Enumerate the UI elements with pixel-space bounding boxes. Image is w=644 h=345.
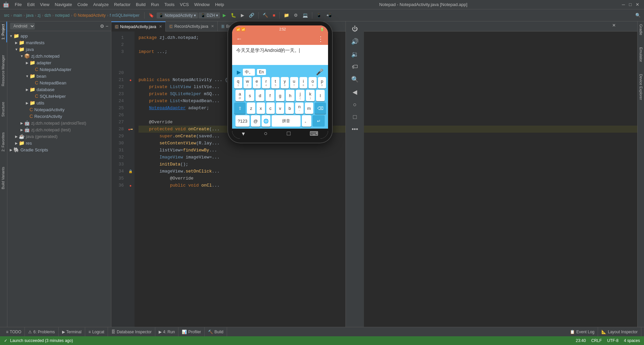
key-shift[interactable]: ⇧ — [234, 102, 246, 114]
bottom-tab-layout-inspector[interactable]: 📐 Layout Inspector — [598, 327, 641, 337]
breadcrumb-src[interactable]: src — [4, 13, 9, 18]
run-config-dropdown[interactable]: 📱 NotepadActivity ▾ — [157, 12, 198, 18]
key-p[interactable]: p0 — [318, 77, 326, 88]
key-l[interactable]: l — [316, 90, 325, 101]
menu-edit[interactable]: Edit — [24, 1, 37, 8]
tree-item-notepad-activity[interactable]: C NotepadActivity — [7, 106, 111, 113]
menu-navigate[interactable]: Navigate — [52, 1, 74, 8]
tree-item-record-activity[interactable]: C RecordActivity — [7, 113, 111, 120]
debug-button[interactable]: 🐛 — [229, 12, 238, 18]
key-globe-icon[interactable]: 🌐 — [262, 115, 270, 127]
tree-item-res[interactable]: ▶ 📁 res — [7, 140, 111, 146]
tree-item-android-test[interactable]: ▶ 🤖 zj.dzh.notepad (androidTest) — [7, 120, 111, 126]
key-x[interactable]: x — [257, 102, 265, 114]
menu-run[interactable]: Run — [148, 1, 162, 8]
sidebar-tab-structure[interactable]: Structure — [0, 99, 7, 120]
keyboard-english-button[interactable]: En — [257, 69, 266, 75]
breadcrumb-class[interactable]: © NotepadActivity — [73, 13, 106, 18]
right-tab-emulator[interactable]: Emulator — [638, 45, 644, 65]
key-d[interactable]: d — [256, 90, 264, 101]
terminal-icon[interactable]: 💻 — [301, 12, 310, 18]
view-type-dropdown[interactable]: Android Project — [10, 23, 35, 29]
tree-item-bean[interactable]: ▼ 📁 bean — [7, 73, 111, 79]
key-m[interactable]: m — [305, 102, 313, 114]
key-period[interactable]: 。 — [302, 115, 311, 127]
key-o[interactable]: o9 — [309, 77, 317, 88]
sidebar-tab-favorites[interactable]: 2: Favorites — [0, 130, 7, 154]
stop-button[interactable]: ■ — [271, 12, 277, 18]
bottom-tab-todo[interactable]: ≡ TODO — [3, 327, 25, 337]
key-n[interactable]: n~ — [295, 102, 304, 114]
tree-item-test[interactable]: ▶ 🤖 zj.dzh.notepad (test) — [7, 126, 111, 133]
status-line-ending[interactable]: CRLF — [591, 338, 602, 343]
menu-window[interactable]: Window — [192, 1, 212, 8]
tab-record-activity[interactable]: C RecordActivity.java ✕ — [166, 21, 218, 31]
breakpoint-28[interactable]: ● — [128, 127, 130, 131]
menu-analyze[interactable]: Analyze — [91, 1, 111, 8]
key-z[interactable]: z — [247, 102, 255, 114]
key-u[interactable]: u7 — [290, 77, 298, 88]
keyboard-chinese-button[interactable]: 中。 — [243, 69, 255, 76]
tree-item-notepad-adapter[interactable]: C NotepadAdapter — [7, 66, 111, 73]
tree-item-adapter[interactable]: ▶ 📁 adapter — [7, 59, 111, 66]
bottom-tab-event-log[interactable]: 📋 Event Log — [567, 327, 598, 337]
phone-nav-recents[interactable]: □ — [287, 130, 290, 137]
run-with-coverage-button[interactable]: ▶ — [239, 12, 246, 18]
key-s[interactable]: s — [246, 90, 254, 101]
menu-refactor[interactable]: Refactor — [111, 1, 133, 8]
settings-icon[interactable]: ⚙ — [292, 12, 300, 18]
search-everywhere-icon[interactable]: 🔍 — [633, 12, 643, 18]
right-tab-device-explorer[interactable]: Device Explorer — [638, 71, 644, 103]
tab-close-2[interactable]: ✕ — [211, 24, 214, 28]
tree-item-notepad-bean[interactable]: C NotepadBean — [7, 79, 111, 86]
breadcrumb-dzh[interactable]: dzh — [45, 13, 51, 18]
tree-item-sqlite-helper[interactable]: C SQLiteHelper — [7, 93, 111, 99]
open-folder-icon[interactable]: 📁 — [282, 12, 291, 18]
phone-back-button[interactable]: ← — [236, 36, 242, 43]
menu-view[interactable]: View — [37, 1, 52, 8]
key-a[interactable]: a@ — [235, 90, 244, 101]
panel-collapse-icon[interactable]: − — [106, 23, 108, 29]
key-h[interactable]: h — [286, 90, 294, 101]
menu-tools[interactable]: Tools — [162, 1, 177, 8]
tree-item-database[interactable]: ▶ 📁 database — [7, 86, 111, 93]
key-num[interactable]: ?123 — [235, 115, 250, 127]
menu-vcs[interactable]: VCS — [177, 1, 192, 8]
maximize-button[interactable]: □ — [627, 1, 634, 8]
sidebar-tab-project[interactable]: 1: Project — [0, 21, 7, 42]
sidebar-tab-build-variants[interactable]: Build Variants — [0, 164, 7, 192]
tree-item-app[interactable]: ▼ 📁 app — [7, 32, 111, 39]
key-space[interactable]: 拼音 — [272, 115, 301, 127]
status-encoding[interactable]: UTF-8 — [607, 338, 619, 343]
breadcrumb-main[interactable]: main — [13, 13, 22, 18]
bottom-tab-logcat[interactable]: ≡ Logcat — [85, 327, 108, 337]
phone-nav-back[interactable]: ▾ — [242, 130, 245, 137]
tab-close-1[interactable]: ✕ — [159, 24, 162, 29]
phone-nav-keyboard[interactable]: ⌨ — [310, 130, 318, 137]
bottom-tab-terminal[interactable]: ▶ Terminal — [59, 327, 85, 337]
key-c[interactable]: c — [266, 102, 275, 114]
tab-notepad-activity[interactable]: C NotepadActivity.java ✕ — [111, 21, 166, 31]
sidebar-tab-resource-manager[interactable]: Resource Manager — [0, 52, 7, 89]
tree-item-utils[interactable]: ▶ 📁 utils — [7, 99, 111, 106]
breadcrumb-java[interactable]: java — [26, 13, 34, 18]
device-dropdown[interactable]: 📱 DZH ▾ — [199, 12, 220, 18]
tree-item-manifests[interactable]: ▶ 📁 manifests — [7, 39, 111, 46]
key-j[interactable]: j( — [296, 90, 305, 101]
key-f[interactable]: f — [266, 90, 274, 101]
tree-item-gradle-scripts[interactable]: ▶ 🐘 Gradle Scripts — [7, 146, 111, 153]
right-tab-gradle[interactable]: Gradle — [638, 21, 644, 38]
minimize-button[interactable]: ─ — [620, 1, 627, 8]
bottom-tab-profiler[interactable]: 📊 Profiler — [178, 327, 205, 337]
run-button[interactable]: ▶ — [221, 12, 228, 18]
bookmark-icon[interactable]: 🔖 — [147, 12, 156, 18]
keyboard-expand-icon[interactable]: ▶ — [237, 69, 241, 75]
key-e[interactable]: e3 — [253, 77, 261, 88]
bottom-tab-database-inspector[interactable]: 🗄 Database Inspector — [108, 327, 155, 337]
key-q[interactable]: q1 — [234, 77, 242, 88]
key-i[interactable]: i8 — [300, 77, 308, 88]
menu-code[interactable]: Code — [75, 1, 91, 8]
phone-menu-icon[interactable]: ⋮ — [317, 35, 324, 43]
key-k[interactable]: k) — [306, 90, 315, 101]
breadcrumb-method[interactable]: f mSQLiteHelper — [110, 13, 140, 18]
